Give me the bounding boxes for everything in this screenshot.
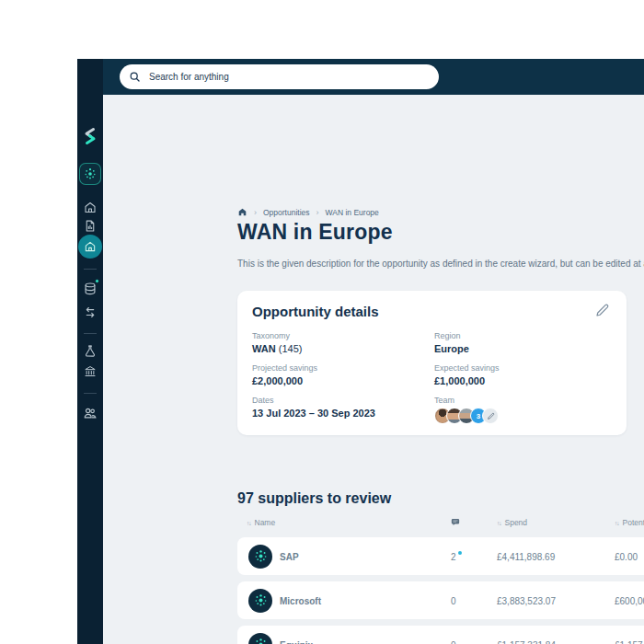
column-potential-savings[interactable]: ↑↓ Potential savings — [615, 518, 644, 527]
supplier-logo-icon — [248, 545, 272, 569]
sidebar-item-reports[interactable] — [84, 219, 98, 233]
breadcrumb-current: WAN in Europe — [326, 208, 379, 217]
comment-count: 0 — [451, 639, 456, 644]
team-avatars: 3 — [434, 408, 500, 424]
spend-value: £1,157,331.84 — [497, 639, 556, 644]
field-expected-label: Expected savings — [434, 363, 500, 373]
spend-value: £3,883,523.07 — [497, 595, 556, 605]
comment-icon — [451, 518, 461, 527]
sidebar-item-opportunity-home-active[interactable] — [78, 235, 102, 259]
sidebar: › — [77, 59, 103, 644]
field-expected-value: £1,000,000 — [434, 375, 500, 386]
savings-value: £0.00 — [615, 551, 638, 561]
sidebar-item-team[interactable] — [83, 406, 98, 420]
suppliers-heading: 97 suppliers to review — [237, 490, 391, 507]
spend-value: £4,411,898.69 — [497, 551, 555, 561]
sidebar-item-home[interactable] — [84, 201, 98, 214]
sidebar-divider — [84, 269, 97, 270]
field-projected-value: £2,000,000 — [252, 375, 611, 386]
chevron-right-icon: › — [254, 208, 257, 217]
field-region-value: Europe — [434, 343, 500, 354]
edit-icon[interactable] — [594, 303, 610, 318]
topbar — [103, 59, 644, 95]
edit-team-icon[interactable] — [482, 408, 499, 424]
company-logo-icon — [80, 126, 100, 146]
home-icon[interactable] — [237, 207, 247, 217]
search-icon — [129, 71, 141, 83]
breadcrumb-opportunities[interactable]: Opportunities — [263, 208, 310, 217]
sidebar-item-bank[interactable] — [84, 364, 98, 378]
sidebar-divider — [84, 333, 97, 334]
sort-icon: ↑↓ — [247, 520, 251, 526]
supplier-logo-icon — [248, 633, 272, 644]
global-search[interactable] — [120, 64, 439, 89]
sidebar-item-transfers[interactable] — [84, 305, 98, 319]
supplier-logo-icon — [248, 589, 272, 613]
column-comments[interactable] — [451, 518, 461, 527]
field-taxonomy: Taxonomy WAN (145) Projected savings £2,… — [252, 331, 611, 419]
breadcrumb: › Opportunities › WAN in Europe — [237, 207, 379, 217]
savings-value: £600,000.00 — [615, 595, 644, 605]
column-name[interactable]: ↑↓ Name — [247, 518, 275, 527]
field-region-label: Region — [434, 331, 500, 340]
main-content: › Opportunities › WAN in Europe WAN in E… — [103, 95, 644, 644]
table-row-sap[interactable]: SAP 2 £4,411,898.69 £0.00 39 — [237, 537, 644, 575]
field-team-label: Team — [434, 396, 500, 405]
page-title: WAN in Europe — [237, 220, 393, 245]
opportunity-details-card: Opportunity details Taxonomy WAN (145) P… — [237, 291, 627, 435]
field-dates-value: 13 Jul 2023 – 30 Sep 2023 — [252, 408, 611, 419]
sidebar-item-data[interactable] — [83, 282, 98, 296]
supplier-rows: SAP 2 £4,411,898.69 £0.00 39 Microsoft 0… — [237, 537, 644, 644]
sidebar-divider — [84, 393, 97, 394]
table-row-equinix[interactable]: Equinix 0 £1,157,331.84 £1,157,331.84 10 — [237, 626, 644, 644]
supplier-name: Equinix — [280, 639, 313, 644]
sidebar-item-lab[interactable] — [84, 344, 98, 358]
comment-count: 2 — [451, 551, 462, 562]
table-row-microsoft[interactable]: Microsoft 0 £3,883,523.07 £600,000.00 ! — [237, 581, 644, 619]
card-title: Opportunity details — [252, 304, 612, 319]
unread-dot — [458, 551, 462, 555]
supplier-name: Microsoft — [280, 595, 321, 605]
field-projected-label: Projected savings — [252, 363, 611, 373]
field-column-2: Region Europe Expected savings £1,000,00… — [434, 331, 500, 424]
notification-dot — [95, 279, 99, 283]
search-input[interactable] — [147, 71, 430, 83]
supplier-name: SAP — [280, 551, 299, 561]
column-spend[interactable]: ↑↓ Spend — [497, 518, 527, 527]
comment-count: 0 — [451, 595, 456, 605]
sort-icon: ↑↓ — [497, 520, 501, 526]
table-header: ↑↓ Name ↑↓ Spend ↑↓ Potential savings ↑↓… — [237, 518, 644, 533]
sidebar-item-opportunities-app[interactable] — [79, 163, 101, 185]
page-description: This is the given description for the op… — [237, 259, 644, 269]
field-dates-label: Dates — [252, 396, 611, 405]
chevron-right-icon: › — [316, 208, 319, 217]
sort-icon: ↑↓ — [615, 520, 619, 526]
savings-value: £1,157,331.84 — [615, 639, 644, 644]
